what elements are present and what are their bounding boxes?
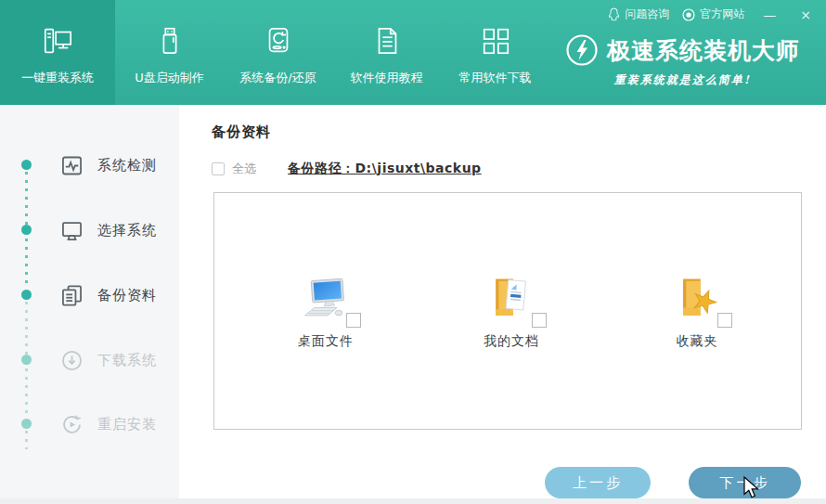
progress-dot bbox=[21, 290, 32, 300]
progress-dotted-line bbox=[25, 431, 28, 449]
backup-item-my-documents[interactable]: 我的文档 bbox=[484, 272, 539, 350]
page-title: 备份资料 bbox=[212, 123, 271, 141]
app-header: 一键重装系统 U盘启动制作 系统备份/ bbox=[0, 0, 826, 105]
sidebar: 系统检测 选择系统 备份资料 下载 bbox=[0, 105, 179, 498]
brand-tagline: 重装系统就是这么简单! bbox=[550, 72, 815, 88]
lightning-icon bbox=[565, 33, 599, 67]
nav-tab-label: 软件使用教程 bbox=[351, 70, 423, 86]
support-link[interactable]: 问题咨询 bbox=[608, 6, 669, 22]
backup-path-link[interactable]: 备份路径：D:\jisuxt\backup bbox=[288, 161, 482, 177]
next-step-button[interactable]: 下一步 bbox=[689, 467, 801, 498]
step-label: 系统检测 bbox=[97, 157, 157, 174]
usb-boot-icon bbox=[153, 25, 187, 57]
step-label: 下载系统 bbox=[97, 352, 157, 369]
nav-tab-reinstall[interactable]: 一键重装系统 bbox=[0, 0, 115, 105]
nav-tab-label: U盘启动制作 bbox=[135, 70, 204, 86]
select-all-checkbox[interactable]: 全选 bbox=[212, 161, 256, 177]
path-row: 全选 备份路径：D:\jisuxt\backup bbox=[212, 161, 482, 177]
step-label: 重启安装 bbox=[97, 416, 157, 433]
item-checkbox[interactable] bbox=[346, 313, 361, 328]
backup-data-icon bbox=[59, 283, 84, 308]
backup-item-favorites[interactable]: 收藏夹 bbox=[669, 272, 725, 350]
prev-step-button[interactable]: 上一步 bbox=[545, 467, 651, 498]
step-label: 选择系统 bbox=[97, 222, 157, 239]
checkbox-icon[interactable] bbox=[212, 162, 225, 175]
backup-item-label: 桌面文件 bbox=[298, 333, 354, 350]
nav-tab-label: 一键重装系统 bbox=[21, 70, 94, 86]
sidebar-step-download-system[interactable]: 下载系统 bbox=[59, 344, 157, 376]
official-site-link[interactable]: 官方网站 bbox=[682, 6, 744, 22]
official-site-icon bbox=[682, 8, 695, 21]
nav-tab-usb-boot[interactable]: U盘启动制作 bbox=[115, 0, 224, 105]
download-system-icon bbox=[59, 348, 84, 373]
window-bottom-strip bbox=[0, 498, 826, 504]
support-label: 问题咨询 bbox=[625, 6, 669, 22]
backup-item-desktop-files[interactable]: 桌面文件 bbox=[298, 272, 354, 350]
system-check-icon bbox=[59, 153, 84, 178]
backup-items-box: 桌面文件 bbox=[213, 192, 802, 430]
qq-icon bbox=[608, 7, 620, 21]
my-documents-icon bbox=[484, 272, 539, 328]
progress-dot bbox=[21, 225, 32, 235]
main-nav: 一键重装系统 U盘启动制作 系统备份/ bbox=[0, 0, 549, 105]
backup-item-label: 收藏夹 bbox=[677, 333, 718, 350]
tutorial-doc-icon bbox=[370, 25, 404, 57]
nav-tab-backup-restore[interactable]: 系统备份/还原 bbox=[224, 0, 332, 105]
sidebar-step-system-check[interactable]: 系统检测 bbox=[59, 149, 157, 181]
brand-title: 极速系统装机大师 bbox=[607, 35, 800, 66]
brand: 极速系统装机大师 重装系统就是这么简单! bbox=[550, 33, 815, 88]
sidebar-step-select-system[interactable]: 选择系统 bbox=[59, 214, 157, 246]
select-all-label: 全选 bbox=[232, 161, 256, 177]
minimize-button[interactable]: — bbox=[757, 7, 781, 22]
backup-item-label: 我的文档 bbox=[484, 333, 539, 350]
sidebar-step-restart-install[interactable]: 重启安装 bbox=[59, 408, 157, 440]
restart-install-icon bbox=[59, 412, 84, 437]
item-checkbox[interactable] bbox=[717, 313, 732, 328]
backup-restore-icon bbox=[262, 25, 295, 57]
app-window: 一键重装系统 U盘启动制作 系统备份/ bbox=[0, 0, 826, 504]
nav-tab-software-download[interactable]: 常用软件下载 bbox=[441, 0, 549, 105]
close-button[interactable]: × bbox=[794, 7, 817, 22]
pc-reinstall-icon bbox=[41, 25, 74, 57]
select-system-icon bbox=[59, 218, 84, 243]
progress-dot bbox=[21, 160, 32, 170]
nav-tab-tutorial[interactable]: 软件使用教程 bbox=[332, 0, 441, 105]
main-content: 备份资料 全选 备份路径：D:\jisuxt\backup bbox=[179, 105, 826, 498]
step-label: 备份资料 bbox=[97, 287, 157, 304]
sidebar-step-backup-data[interactable]: 备份资料 bbox=[59, 279, 157, 311]
nav-tab-label: 常用软件下载 bbox=[459, 70, 532, 86]
software-grid-icon bbox=[479, 25, 512, 57]
desktop-files-icon bbox=[298, 272, 354, 328]
progress-dot bbox=[21, 355, 32, 365]
progress-dot bbox=[21, 419, 32, 429]
nav-tab-label: 系统备份/还原 bbox=[239, 70, 316, 86]
favorites-icon bbox=[669, 272, 725, 328]
official-site-label: 官方网站 bbox=[700, 6, 744, 22]
titlebar-controls: 问题咨询 官方网站 — × bbox=[608, 6, 817, 22]
item-checkbox[interactable] bbox=[532, 313, 547, 328]
